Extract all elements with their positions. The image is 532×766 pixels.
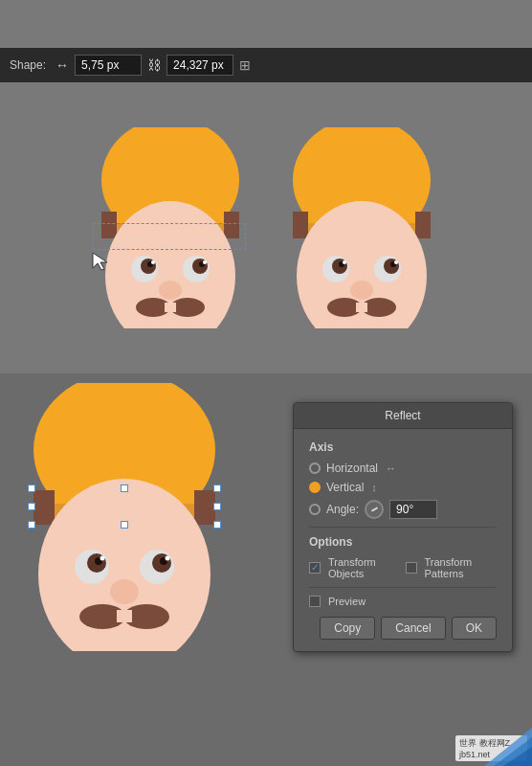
cancel-button[interactable]: Cancel	[381, 617, 445, 640]
top-faces-container	[0, 82, 532, 373]
transform-patterns-label: Transform Patterns	[425, 556, 497, 579]
top-section: Shape: ↔ ⛓ ⊞	[0, 0, 532, 373]
link-icon: ⛓	[147, 57, 161, 73]
bottom-left-face	[19, 383, 230, 655]
handle-bm[interactable]	[121, 521, 128, 529]
handle-tm[interactable]	[121, 484, 128, 492]
svg-point-33	[350, 281, 373, 300]
options-section: Options Transform Objects Transform Patt…	[309, 535, 497, 579]
preview-label: Preview	[328, 596, 366, 607]
width-input[interactable]	[75, 55, 142, 76]
svg-rect-17	[165, 303, 176, 312]
watermark-area: 世界 教程网Z jb51.net	[455, 709, 532, 766]
handle-bl[interactable]	[28, 521, 35, 529]
svg-rect-23	[415, 212, 431, 238]
horizontal-radio-row[interactable]: Horizontal ↔	[309, 462, 497, 475]
dialog-body: Axis Horizontal ↔ Vertical ↕ Angle: Opti…	[294, 429, 512, 651]
handle-br[interactable]	[213, 521, 221, 529]
svg-marker-18	[93, 253, 107, 270]
svg-point-50	[166, 556, 170, 561]
options-title: Options	[309, 535, 497, 549]
handle-tr[interactable]	[213, 484, 221, 492]
options-arrow: ⊞	[239, 57, 251, 73]
angle-row: Angle:	[309, 500, 497, 519]
dialog-title: Reflect	[294, 403, 512, 429]
svg-rect-54	[117, 610, 132, 622]
divider-2	[309, 587, 497, 588]
angle-input[interactable]	[389, 500, 437, 519]
transform-objects-label: Transform Objects	[328, 556, 398, 579]
selection-rect	[93, 223, 246, 250]
axis-section-title: Axis	[309, 440, 497, 454]
selection-area	[31, 487, 218, 526]
dialog-buttons: Copy Cancel OK	[309, 617, 497, 640]
height-input[interactable]	[166, 55, 233, 76]
width-icon: ↔	[55, 57, 69, 73]
vertical-icon: ↕	[371, 482, 377, 493]
svg-point-13	[203, 260, 207, 264]
ok-button[interactable]: OK	[452, 617, 497, 640]
preview-row: Preview	[309, 596, 497, 607]
reflect-dialog: Reflect Axis Horizontal ↔ Vertical ↕ Ang…	[293, 402, 513, 652]
copy-button[interactable]: Copy	[320, 617, 375, 640]
preview-checkbox[interactable]	[309, 596, 321, 607]
vertical-label: Vertical	[326, 481, 364, 494]
transform-objects-row: Transform Objects Transform Patterns	[309, 556, 497, 579]
left-face-wrapper	[89, 127, 252, 328]
toolbar: Shape: ↔ ⛓ ⊞	[0, 48, 532, 82]
horizontal-label: Horizontal	[326, 462, 378, 475]
angle-dial[interactable]	[365, 500, 384, 519]
svg-point-9	[151, 260, 155, 264]
right-face-wrapper	[280, 127, 443, 328]
horizontal-radio[interactable]	[309, 462, 321, 474]
transform-objects-checkbox[interactable]	[309, 562, 321, 574]
svg-rect-22	[293, 212, 308, 238]
vertical-radio-row[interactable]: Vertical ↕	[309, 481, 497, 494]
svg-point-14	[159, 281, 182, 300]
corner-decoration	[484, 728, 532, 766]
divider-1	[309, 527, 497, 528]
transform-patterns-checkbox[interactable]	[406, 562, 417, 574]
svg-point-28	[343, 260, 346, 264]
svg-point-46	[100, 556, 105, 561]
svg-rect-36	[356, 303, 367, 312]
right-face-svg	[280, 127, 443, 328]
vertical-radio[interactable]	[309, 482, 321, 493]
svg-point-32	[394, 260, 398, 264]
handle-rm[interactable]	[213, 503, 221, 510]
handle-lm[interactable]	[28, 503, 35, 510]
cursor-icon	[91, 251, 110, 276]
bottom-section: Reflect Axis Horizontal ↔ Vertical ↕ Ang…	[0, 373, 532, 766]
svg-point-51	[110, 579, 139, 604]
shape-label: Shape:	[10, 58, 46, 72]
horizontal-icon: ↔	[386, 462, 396, 474]
angle-radio[interactable]	[309, 504, 321, 515]
handle-tl[interactable]	[28, 484, 35, 492]
angle-label: Angle:	[326, 503, 359, 516]
